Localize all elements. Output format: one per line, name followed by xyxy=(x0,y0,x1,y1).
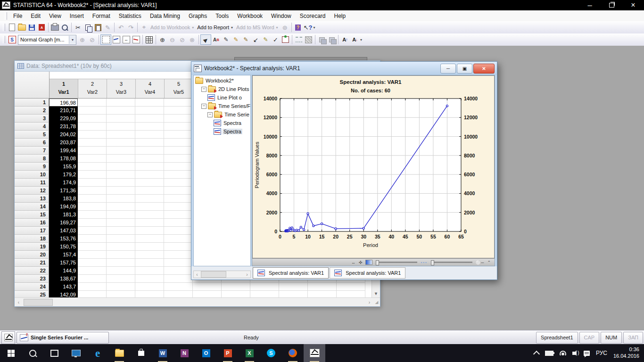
row-header-16[interactable]: 16 xyxy=(15,219,49,227)
cell-empty[interactable] xyxy=(107,267,135,275)
tree-item-time-series-fo[interactable]: −Time Series/Fo xyxy=(194,102,250,110)
row-header-21[interactable]: 21 xyxy=(15,259,49,267)
cell-empty[interactable] xyxy=(279,283,308,291)
cell-empty[interactable] xyxy=(135,163,164,171)
cell-empty[interactable] xyxy=(78,251,107,259)
cell-empty[interactable] xyxy=(78,171,107,179)
paste-icon[interactable] xyxy=(93,23,103,32)
hscroll-right-icon[interactable]: › xyxy=(365,298,373,306)
cell-empty[interactable] xyxy=(107,243,135,251)
restore-button[interactable] xyxy=(601,0,622,10)
cell-empty[interactable] xyxy=(78,259,107,267)
cell-var1-row6[interactable]: 203,87 xyxy=(49,139,78,147)
vscroll-down-icon[interactable]: ▼ xyxy=(372,290,380,297)
cell-empty[interactable] xyxy=(78,179,107,187)
text-tool-icon[interactable]: AB xyxy=(211,35,221,44)
zoom-in-icon[interactable]: ⊕ xyxy=(157,35,167,44)
cell-empty[interactable] xyxy=(78,291,107,297)
move-resize-icon[interactable]: ↔ xyxy=(121,35,131,44)
row-header-19[interactable]: 19 xyxy=(15,243,49,251)
cell-var1-row13[interactable]: 183,8 xyxy=(49,195,78,203)
draw-oval-icon[interactable]: ✎ xyxy=(241,35,251,44)
cell-var1-row1[interactable]: 196,98 xyxy=(49,99,78,107)
zoom-gradient-swatch[interactable] xyxy=(365,260,372,265)
column-header-Var3[interactable]: 3Var3 xyxy=(107,79,136,98)
cell-empty[interactable] xyxy=(164,131,193,139)
cell-var1-row20[interactable]: 157,4 xyxy=(49,251,78,259)
workbook-titlebar[interactable]: Workbook2* - Spectral analysis: VAR1 ─ ▣… xyxy=(191,62,497,75)
cell-empty[interactable] xyxy=(308,291,337,297)
cell-empty[interactable] xyxy=(164,291,193,297)
vertical-zoom-slider[interactable] xyxy=(431,262,472,263)
zoom-off-icon[interactable]: ⊗ xyxy=(187,35,197,44)
save-icon[interactable] xyxy=(27,23,37,32)
tree-expander-icon[interactable]: − xyxy=(201,104,206,109)
tree-hscrollbar[interactable]: ‹ › xyxy=(193,271,251,278)
cell-empty[interactable] xyxy=(135,195,164,203)
cell-empty[interactable] xyxy=(107,291,135,297)
tree-item-time-serie[interactable]: −Time Serie xyxy=(194,110,250,119)
embed-object-icon[interactable] xyxy=(281,35,290,44)
draw-polyline-icon[interactable]: ✎ xyxy=(261,35,271,44)
cell-var1-row12[interactable]: 171,36 xyxy=(49,187,78,195)
pdf-export-icon[interactable]: A xyxy=(37,23,47,32)
cell-empty[interactable] xyxy=(164,179,193,187)
cell-empty[interactable] xyxy=(164,243,193,251)
start-button[interactable] xyxy=(0,344,22,362)
add-to-report-button[interactable]: Add to Report xyxy=(196,25,231,30)
menu-help[interactable]: Help xyxy=(330,12,350,20)
cell-empty[interactable] xyxy=(107,195,135,203)
notification-center-icon[interactable] xyxy=(584,351,590,356)
row-header-25[interactable]: 25 xyxy=(15,291,49,297)
macro-icon[interactable]: ⊚ xyxy=(280,23,290,32)
row-header-15[interactable]: 15 xyxy=(15,211,49,219)
zoom-out-icon[interactable]: ⊖ xyxy=(167,35,177,44)
pointer-tool-icon[interactable]: ▶ xyxy=(200,34,211,45)
bring-to-front-icon[interactable] xyxy=(317,35,327,44)
cell-var1-row2[interactable]: 210,71 xyxy=(49,107,78,115)
cell-empty[interactable] xyxy=(135,243,164,251)
cell-empty[interactable] xyxy=(164,211,193,219)
column-header-Var2[interactable]: 2Var2 xyxy=(78,79,107,98)
toolbar2-overflow-icon[interactable]: ▾ xyxy=(360,38,362,42)
cell-empty[interactable] xyxy=(135,219,164,227)
cell-var1-row15[interactable]: 181,3 xyxy=(49,211,78,219)
cell-empty[interactable] xyxy=(78,107,107,115)
cell-empty[interactable] xyxy=(164,187,193,195)
help-icon[interactable]: ? xyxy=(293,23,303,32)
close-button[interactable]: × xyxy=(622,0,644,10)
cell-empty[interactable] xyxy=(135,123,164,131)
cell-empty[interactable] xyxy=(135,283,164,291)
add-to-workbook-dropdown-icon[interactable]: ▾ xyxy=(192,25,194,30)
tree-expander-icon[interactable]: − xyxy=(207,112,213,117)
cell-empty[interactable] xyxy=(164,139,193,147)
taskbar-app-statistica[interactable] xyxy=(304,344,325,362)
cell-empty[interactable] xyxy=(78,195,107,203)
task-view-button[interactable] xyxy=(43,344,65,362)
cell-empty[interactable] xyxy=(107,211,135,219)
menu-view[interactable]: View xyxy=(45,12,66,20)
graph-areas-icon[interactable] xyxy=(111,35,121,44)
add-to-workbook-button[interactable]: Add to Workbook xyxy=(149,25,191,30)
row-header-24[interactable]: 24 xyxy=(15,283,49,291)
cell-empty[interactable] xyxy=(193,283,222,291)
whats-this-icon[interactable]: ↖? xyxy=(303,23,313,32)
cell-empty[interactable] xyxy=(107,131,135,139)
cell-var1-row25[interactable]: 142,09 xyxy=(49,291,78,297)
cell-empty[interactable] xyxy=(78,147,107,155)
cell-empty[interactable] xyxy=(164,195,193,203)
cell-empty[interactable] xyxy=(164,147,193,155)
row-header-14[interactable]: 14 xyxy=(15,203,49,211)
taskbar-app-powerpoint[interactable]: P xyxy=(217,344,239,362)
row-header-8[interactable]: 8 xyxy=(15,155,49,163)
zoom-mode-icon[interactable]: ⊕ xyxy=(77,35,87,44)
cell-empty[interactable] xyxy=(135,131,164,139)
statistica-start-button[interactable] xyxy=(1,331,15,344)
graph-style-dropdown-arrow[interactable]: ▾ xyxy=(69,36,76,44)
analysis-bar-button[interactable]: Single Series Fourier ... xyxy=(17,332,109,344)
cell-empty[interactable] xyxy=(78,163,107,171)
cell-empty[interactable] xyxy=(78,123,107,131)
cell-empty[interactable] xyxy=(107,283,135,291)
cell-empty[interactable] xyxy=(164,163,193,171)
cell-empty[interactable] xyxy=(222,283,250,291)
